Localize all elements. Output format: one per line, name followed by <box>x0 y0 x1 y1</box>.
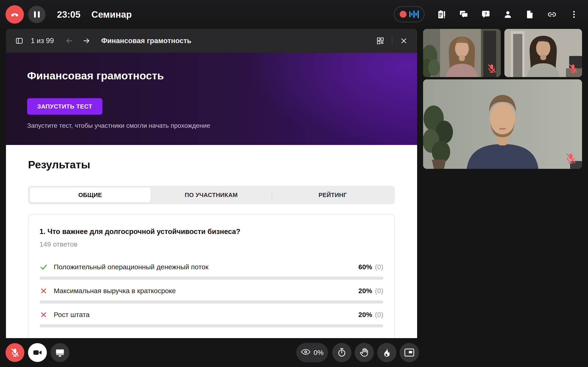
video-tile-participant-2[interactable] <box>504 29 582 77</box>
attention-indicator[interactable]: 0% <box>296 343 328 362</box>
answer-percent: 20% <box>358 311 372 319</box>
eye-icon <box>301 348 311 357</box>
recording-dot-icon <box>400 11 406 18</box>
results-section: Результаты ОБЩИЕ ПО УЧАСТНИКАМ РЕЙТИНГ 1… <box>6 145 417 338</box>
svg-text:?: ? <box>484 11 487 16</box>
correct-check-icon <box>40 263 48 271</box>
panel-title: Финансовая грамотность <box>101 37 191 45</box>
documents-button[interactable] <box>523 8 536 21</box>
answer-count: (0) <box>375 287 383 295</box>
top-bar: 23:05 Семинар ? <box>0 0 588 29</box>
test-title: Финансовая грамотность <box>27 69 164 82</box>
arrow-right-icon <box>82 37 90 45</box>
question-card: 1. Что важнее для долгосрочной устойчиво… <box>28 214 395 338</box>
screen-share-icon <box>55 348 65 358</box>
test-banner: Финансовая грамотность ЗАПУСТИТЬ ТЕСТ За… <box>6 53 417 145</box>
qr-code-button[interactable] <box>375 35 386 46</box>
answer-progress-track <box>40 324 383 327</box>
chat-icon <box>459 10 468 19</box>
chat-button[interactable] <box>457 8 470 21</box>
mic-muted-icon <box>486 63 497 74</box>
answer-percent: 20% <box>358 287 372 295</box>
raise-hand-button[interactable] <box>355 343 374 362</box>
answer-text: Рост штата <box>54 311 90 319</box>
tab-by-participants[interactable]: ПО УЧАСТНИКАМ <box>151 187 272 202</box>
answer-row: Рост штата 20% (0) <box>40 311 383 319</box>
timer-tool-button[interactable] <box>332 343 351 362</box>
questions-button[interactable]: ? <box>479 8 493 21</box>
stopwatch-icon <box>337 348 347 358</box>
content-panel: 1 из 99 Финансовая грамотность Финансова… <box>6 29 417 338</box>
next-slide-button[interactable] <box>81 35 92 46</box>
header-divider <box>392 36 392 45</box>
audio-waveform-icon <box>409 10 419 18</box>
raised-hand-icon <box>359 348 369 358</box>
answer-text: Положительный операционный денежный пото… <box>54 263 208 271</box>
video-tile-participant-1[interactable] <box>423 29 501 77</box>
bottom-bar: 0% <box>0 338 588 367</box>
wrong-x-icon <box>40 287 48 295</box>
document-icon <box>525 10 535 19</box>
notes-icon <box>437 10 447 19</box>
previous-slide-button[interactable] <box>64 35 75 46</box>
video-tile-speaker[interactable] <box>423 79 582 169</box>
close-panel-button[interactable] <box>398 35 409 46</box>
recording-indicator[interactable] <box>394 6 424 22</box>
answer-progress-track <box>40 300 383 303</box>
reactions-fire-button[interactable] <box>377 343 397 362</box>
copy-link-button[interactable] <box>545 8 559 21</box>
arrow-left-icon <box>65 37 73 45</box>
pause-button[interactable] <box>28 6 45 23</box>
close-icon <box>400 37 408 45</box>
link-icon <box>547 10 557 19</box>
camera-icon <box>32 348 43 358</box>
answer-count: (0) <box>375 311 383 319</box>
kebab-menu-icon <box>569 10 579 19</box>
responses-count: 149 ответов <box>40 240 383 248</box>
tab-rating[interactable]: РЕЙТИНГ <box>272 187 393 202</box>
end-call-button[interactable] <box>6 5 24 24</box>
speaker-video <box>423 79 582 169</box>
screen-share-button[interactable] <box>51 343 69 362</box>
qr-code-icon <box>376 37 384 45</box>
conference-app: 23:05 Семинар ? <box>0 0 588 367</box>
call-timer: 23:05 <box>57 0 80 29</box>
start-test-button[interactable]: ЗАПУСТИТЬ ТЕСТ <box>27 98 103 115</box>
answer-text: Максимальная выручка в краткосроке <box>54 287 176 295</box>
picture-in-picture-button[interactable] <box>400 343 419 362</box>
fire-icon <box>382 348 392 358</box>
mic-muted-icon <box>565 152 577 165</box>
person-icon <box>503 10 513 19</box>
attention-percent: 0% <box>313 349 323 357</box>
panel-header-actions <box>375 35 409 46</box>
participants-button[interactable] <box>501 8 515 21</box>
sidebar-toggle-icon <box>15 37 23 45</box>
answer-count: (0) <box>375 263 383 271</box>
results-tabs: ОБЩИЕ ПО УЧАСТНИКАМ РЕЙТИНГ <box>28 186 395 204</box>
answer-percent: 60% <box>358 263 372 271</box>
answer-row: Максимальная выручка в краткосроке 20% (… <box>40 287 383 295</box>
pip-icon <box>404 348 414 357</box>
notes-button[interactable] <box>435 8 448 21</box>
wrong-x-icon <box>40 311 48 319</box>
mic-muted-icon <box>568 63 578 74</box>
pause-icon <box>34 11 40 18</box>
test-subtitle: Запустите тест, чтобы участники смогли н… <box>27 122 210 129</box>
mic-off-icon <box>10 348 20 358</box>
answer-row: Положительный операционный денежный пото… <box>40 263 383 271</box>
tab-general[interactable]: ОБЩИЕ <box>30 187 151 202</box>
meeting-title: Семинар <box>91 0 132 29</box>
end-call-icon <box>10 10 19 19</box>
slide-pagination: 1 из 99 <box>31 37 54 45</box>
answer-progress-track <box>40 277 383 280</box>
camera-button[interactable] <box>28 343 47 362</box>
topbar-actions: ? <box>435 0 581 29</box>
results-heading: Результаты <box>28 145 395 171</box>
sidebar-toggle-button[interactable] <box>14 35 25 46</box>
question-title: 1. Что важнее для долгосрочной устойчиво… <box>40 227 383 236</box>
question-bubble-icon: ? <box>481 10 491 19</box>
more-menu-button[interactable] <box>567 8 581 21</box>
panel-header: 1 из 99 Финансовая грамотность <box>6 29 417 53</box>
microphone-muted-button[interactable] <box>6 343 24 362</box>
